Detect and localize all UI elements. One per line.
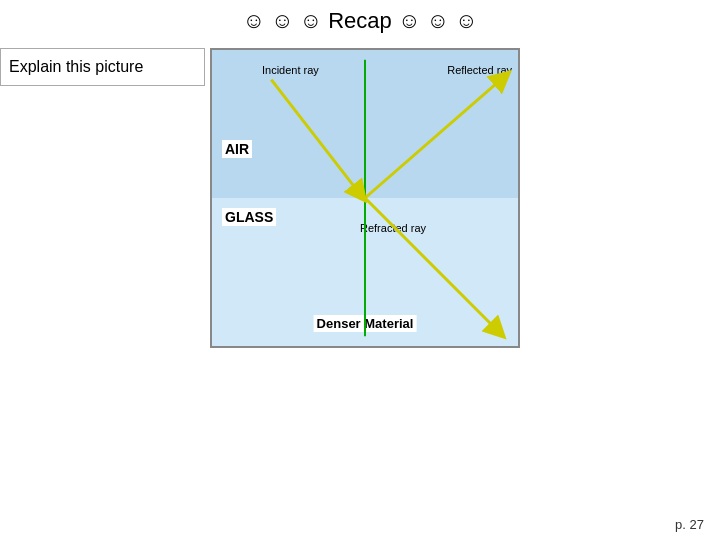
page-title: ☺ ☺ ☺ Recap ☺ ☺ ☺ xyxy=(0,0,720,38)
ray-diagram-svg xyxy=(212,50,518,346)
optics-diagram: AIR GLASS Denser Material Incident ray R… xyxy=(210,48,520,348)
svg-line-4 xyxy=(271,80,360,194)
explain-label: Explain this picture xyxy=(0,48,205,86)
svg-line-5 xyxy=(365,78,503,198)
page-number: p. 27 xyxy=(675,517,704,532)
svg-line-6 xyxy=(365,198,498,331)
